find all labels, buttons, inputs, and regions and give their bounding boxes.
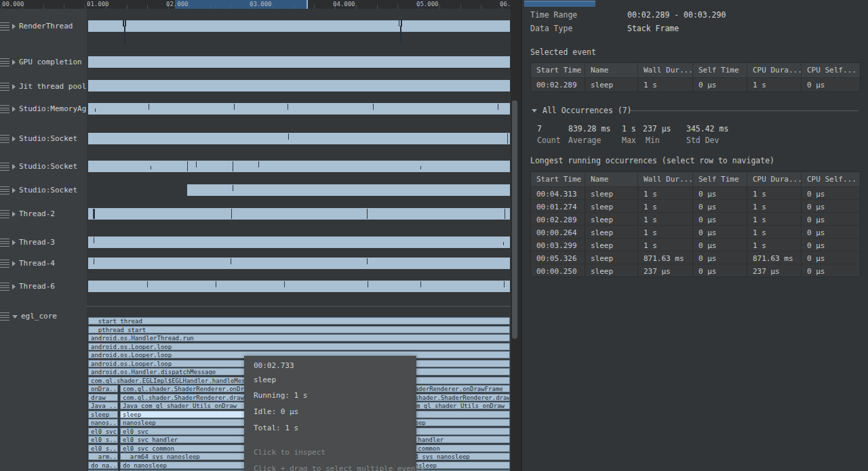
cell-cpu-self: 0 µs — [802, 239, 860, 251]
thread-row-thread-2[interactable]: Thread-2 — [0, 209, 55, 219]
expand-arrow-icon[interactable] — [12, 84, 16, 89]
flame-frame[interactable]: __pthread_start — [88, 326, 510, 333]
thread-track-bar[interactable] — [88, 281, 510, 292]
thread-track-bar[interactable] — [88, 80, 510, 91]
flame-frame[interactable]: __start_thread — [88, 317, 510, 325]
drag-handle-icon[interactable] — [0, 312, 9, 321]
cell-self-time: 0 µs — [693, 200, 747, 212]
thread-track-bar[interactable] — [88, 258, 510, 269]
table-row[interactable]: 00:00.250 sleep 237 µs 0 µs 237 µs 0 µs — [531, 264, 860, 277]
expand-arrow-icon[interactable] — [12, 188, 16, 193]
drag-handle-icon[interactable] — [0, 163, 9, 171]
drag-handle-icon[interactable] — [0, 210, 9, 218]
thread-track-bar[interactable] — [88, 208, 510, 220]
column-header[interactable]: CPU Dura... — [747, 63, 802, 77]
table-header-row: Start Time Name Wall Dur... Self Time CP… — [531, 63, 860, 77]
thread-track-bar[interactable] — [187, 184, 510, 196]
thread-row-egl-core[interactable]: egl_core — [0, 311, 57, 321]
column-header[interactable]: Start Time — [531, 172, 585, 186]
thread-row-studio-socket-2[interactable]: Studio:Socket — [0, 161, 77, 171]
column-header[interactable]: Self Time — [693, 172, 747, 186]
flame-frame[interactable]: android.os.Looper.loop — [88, 343, 510, 350]
stat-stddev-value: 345.42 ms — [686, 124, 728, 134]
flame-frame[interactable]: onDra... — [88, 385, 118, 392]
section-collapse-icon[interactable] — [532, 109, 537, 112]
drag-handle-icon[interactable] — [0, 239, 9, 247]
column-header[interactable]: Wall Dur... — [638, 172, 693, 186]
flame-frame[interactable]: __arm... — [88, 453, 118, 460]
expand-arrow-icon[interactable] — [12, 106, 16, 112]
thread-row-renderthread[interactable]: RenderThread — [0, 21, 73, 31]
table-row[interactable]: 00:03.299 sleep 1 s 0 µs 1 s 0 µs — [531, 238, 860, 251]
flame-frame[interactable]: do_na... — [88, 462, 118, 469]
drag-handle-icon[interactable] — [0, 283, 9, 291]
stat-count-label: Count — [537, 136, 561, 145]
flame-frame[interactable]: el0_s... — [88, 445, 118, 452]
column-header[interactable]: Wall Dur... — [638, 63, 693, 77]
drag-handle-icon[interactable] — [0, 186, 9, 194]
selection-end-handle[interactable] — [307, 0, 308, 9]
expand-arrow-icon[interactable] — [12, 60, 16, 65]
column-header[interactable]: Self Time — [693, 63, 747, 77]
cell-self-time: 0 µs — [693, 187, 747, 199]
column-header[interactable]: Name — [585, 63, 638, 77]
column-header[interactable]: Name — [585, 172, 638, 186]
thread-track-bar[interactable] — [88, 103, 510, 115]
cell-self-time: 0 µs — [693, 264, 747, 277]
cell-cpu-duration: 1 s — [747, 200, 802, 212]
cell-cpu-duration: 1 s — [747, 187, 802, 199]
drag-handle-icon[interactable] — [0, 22, 9, 30]
expand-arrow-icon[interactable] — [12, 136, 16, 142]
collapse-arrow-icon[interactable] — [12, 315, 18, 319]
table-row[interactable]: 00:05.326 sleep 871.63 ms 0 µs 871.63 ms… — [531, 251, 860, 264]
selected-event-table: Start Time Name Wall Dur... Self Time CP… — [530, 62, 861, 92]
expand-arrow-icon[interactable] — [12, 211, 16, 217]
table-row[interactable]: 00:00.264 sleep 1 s 0 µs 1 s 0 µs — [531, 225, 860, 238]
drag-handle-icon[interactable] — [0, 260, 9, 268]
table-row[interactable]: 00:01.274 sleep 1 s 0 µs 1 s 0 µs — [531, 199, 860, 212]
analysis-tab-indicator[interactable] — [524, 1, 595, 7]
thread-row-thread-6[interactable]: Thread-6 — [0, 281, 55, 291]
table-row[interactable]: 00:04.313 sleep 1 s 0 µs 1 s 0 µs — [531, 186, 860, 199]
thread-row-thread-3[interactable]: Thread-3 — [0, 237, 55, 247]
expand-arrow-icon[interactable] — [12, 261, 16, 266]
drag-handle-icon[interactable] — [0, 58, 9, 66]
drag-handle-icon[interactable] — [0, 105, 9, 113]
table-row[interactable]: 00:02.289 sleep 1 s 0 µs 1 s 0 µs — [531, 77, 860, 91]
thread-track-bar[interactable] — [88, 237, 510, 248]
thread-track-bar[interactable] — [88, 56, 510, 68]
flame-frame[interactable]: Java_... — [88, 402, 118, 409]
thread-row-jit-thread-pool[interactable]: Jit thread pool — [0, 81, 86, 91]
expand-arrow-icon[interactable] — [12, 24, 16, 29]
flame-frame[interactable]: android.os.HandlerThread.run — [88, 334, 510, 342]
thread-row-studio-socket-1[interactable]: Studio:Socket — [0, 134, 77, 144]
thread-name: Studio:Socket — [19, 186, 77, 194]
table-row[interactable]: 00:02.289 sleep 1 s 0 µs 1 s 0 µs — [531, 212, 860, 225]
flame-frame[interactable]: draw — [88, 394, 118, 401]
thread-track-bar[interactable] — [88, 20, 510, 32]
flame-frame[interactable]: el0_svc — [88, 428, 118, 435]
flame-frame[interactable]: nanos... — [88, 419, 118, 426]
all-occurrences-title[interactable]: All Occurrences (7) — [542, 106, 632, 115]
drag-handle-icon[interactable] — [0, 83, 9, 91]
vertical-scrollbar-thumb[interactable] — [512, 100, 517, 339]
flame-frame[interactable]: sleep — [88, 411, 118, 418]
column-header[interactable]: CPU Self... — [802, 172, 860, 186]
flame-frame[interactable]: el0_s... — [88, 436, 118, 443]
thread-track-bar[interactable] — [88, 133, 510, 144]
drag-handle-icon[interactable] — [0, 135, 9, 143]
thread-track-bar[interactable] — [88, 161, 510, 172]
expand-arrow-icon[interactable] — [12, 284, 16, 289]
thread-row-studio-memoryag[interactable]: Studio:MemoryAg — [0, 104, 86, 114]
thread-row-thread-4[interactable]: Thread-4 — [0, 258, 55, 268]
expand-arrow-icon[interactable] — [12, 240, 16, 245]
column-header[interactable]: Start Time — [531, 63, 585, 77]
column-header[interactable]: CPU Dura... — [747, 172, 802, 186]
thread-row-gpu-completion[interactable]: GPU completion — [0, 57, 82, 67]
timeline-selection-range[interactable] — [175, 0, 308, 9]
column-header[interactable]: CPU Self... — [802, 63, 860, 77]
expand-arrow-icon[interactable] — [12, 164, 16, 169]
timeline-ruler[interactable]: 00.000 01.000 02.000 03.000 04.000 05.00… — [0, 0, 511, 9]
thread-row-studio-socket-3[interactable]: Studio:Socket — [0, 185, 77, 195]
cell-wall-duration: 1 s — [638, 78, 693, 91]
